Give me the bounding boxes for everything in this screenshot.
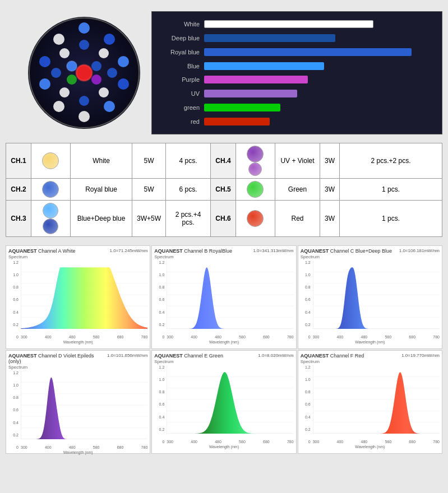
graph-area: 1.21.00.80.60.40.20 300400480580680780 (301, 365, 440, 444)
graph-y-axis: 1.21.00.80.60.40.20 (154, 365, 165, 444)
svg-point-6 (78, 111, 90, 122)
svg-point-11 (79, 40, 89, 50)
graph-channel-label: Channel A White (38, 248, 76, 254)
graph-x-axis: 300400480580680780 (21, 439, 147, 449)
channel-watt: 5W (132, 143, 166, 179)
graph-value: 1.0=106.181mW/nm (399, 248, 440, 254)
spectrum-row: Blue (160, 60, 433, 72)
channel-id: CH.6 (211, 201, 236, 237)
spectrum-row: Royal blue (160, 46, 433, 58)
channel-dot (31, 201, 71, 237)
led-indicator (43, 203, 58, 218)
svg-point-2 (104, 34, 115, 45)
svg-point-18 (59, 48, 70, 58)
graph-svg-area (21, 371, 147, 439)
led-indicator (247, 181, 264, 198)
graph-header: AQUANEST Channel D Violet Epileds (only)… (8, 353, 147, 364)
graph-brand: AQUANEST (8, 248, 38, 254)
graph-brand: AQUANEST (154, 353, 184, 359)
graph-brand: AQUANEST (8, 353, 38, 359)
spectrum-bar (204, 34, 335, 42)
spectrum-graphs-grid: AQUANEST Channel A White1.0=71.245mW/nmS… (6, 245, 442, 454)
channel-name: Red (275, 201, 320, 237)
channel-watt: 3W (320, 201, 340, 237)
table-row: CH.2Royal blue5W6 pcs.CH.5Green3W1 pcs. (6, 179, 442, 201)
led-indicator (42, 152, 59, 169)
spectrum-bar (204, 20, 373, 28)
graph-value: 1.0=101.656mW/nm (107, 353, 147, 364)
svg-point-21 (91, 61, 101, 71)
graph-x-label: Wavelength (nm) (301, 340, 440, 344)
graph-x-label: Wavelength (nm) (8, 340, 147, 344)
graph-header: AQUANEST Channel B RoyalBlue1.0=341.313m… (154, 248, 293, 254)
svg-point-13 (107, 68, 117, 78)
spectrum-label: red (160, 118, 200, 125)
svg-point-22 (67, 75, 77, 85)
graph-channel-label: Channel B RoyalBlue (184, 248, 232, 254)
graph-y-axis: 1.21.00.80.60.40.20 (154, 261, 165, 339)
graph-value: 1.0=19.770mW/nm (401, 353, 440, 359)
spectrum-label: green (160, 104, 200, 111)
graph-area: 1.21.00.80.60.40.20 300400480580680780 (154, 365, 293, 444)
spectrum-label: Deep blue (160, 35, 200, 41)
channel-name: Blue+Deep blue (71, 201, 132, 237)
spectrum-row: Deep blue (160, 32, 433, 44)
graph-y-axis: 1.21.00.80.60.40.20 (8, 261, 20, 339)
graph-svg-area (313, 365, 440, 434)
channel-pcs: 6 pcs. (166, 179, 211, 201)
graph-channel-label: Channel F Red (330, 353, 364, 359)
channel-id: CH.5 (211, 179, 236, 201)
led-indicator (43, 218, 58, 234)
graph-sub-label: Spectrum (301, 359, 440, 364)
spectrum-row: UV (160, 87, 433, 100)
channel-watt: 3W+5W (132, 201, 166, 237)
graph-value: 1.0=341.313mW/nm (253, 248, 293, 254)
channel-id: CH.4 (211, 143, 236, 179)
svg-point-8 (39, 78, 50, 90)
graph-y-axis: 1.21.00.80.60.40.20 (301, 365, 312, 444)
svg-point-5 (104, 101, 115, 112)
graph-sub-label: Spectrum (154, 254, 293, 259)
svg-point-23 (91, 75, 101, 85)
spectrum-graph-cell: AQUANEST Channel A White1.0=71.245mW/nmS… (6, 245, 150, 349)
spectrum-bar (204, 90, 297, 97)
svg-point-15 (79, 96, 89, 106)
svg-point-1 (78, 22, 90, 34)
graph-channel-label: Channel C Blue+Deep Blue (330, 248, 392, 254)
graph-area: 1.21.00.80.60.40.20 300400480580680780 (154, 261, 293, 339)
channel-id: CH.2 (6, 179, 31, 201)
svg-point-9 (39, 56, 50, 67)
graph-x-axis: 300400480580680780 (313, 329, 440, 339)
graph-brand: AQUANEST (301, 353, 330, 359)
table-row: CH.1White5W4 pcs.CH.4UV + Violet3W2 pcs.… (6, 143, 442, 179)
led-indicator (247, 210, 264, 227)
led-indicator (247, 146, 264, 162)
graph-header: AQUANEST Channel C Blue+Deep Blue1.0=106… (301, 248, 440, 254)
channel-table: CH.1White5W4 pcs.CH.4UV + Violet3W2 pcs.… (6, 143, 442, 237)
svg-point-3 (118, 56, 129, 67)
graph-area: 1.21.00.80.60.40.20 300400480580680780 (8, 261, 147, 339)
graph-svg-area (313, 261, 440, 329)
graph-x-label: Wavelength (nm) (8, 450, 147, 454)
led-indicator (42, 181, 59, 198)
graph-x-label: Wavelength (nm) (154, 445, 293, 449)
graph-channel-label: Channel E Green (184, 353, 223, 359)
spectrum-graph-cell: AQUANEST Channel D Violet Epileds (only)… (6, 350, 150, 454)
graph-header: AQUANEST Channel A White1.0=71.245mW/nm (8, 248, 147, 254)
channel-pcs: 1 pcs. (340, 201, 442, 237)
channel-id: CH.3 (6, 201, 31, 237)
spectrum-graph-cell: AQUANEST Channel F Red1.0=19.770mW/nmSpe… (298, 350, 442, 454)
channel-watt: 3W (320, 179, 340, 201)
graph-y-axis: 1.21.00.80.60.40.20 (301, 261, 312, 339)
spectrum-bar (204, 104, 280, 111)
led-circle-image (28, 17, 140, 129)
channel-watt: 5W (132, 179, 166, 201)
graph-area: 1.21.00.80.60.40.20 300400480580680780 (301, 261, 440, 339)
graph-x-axis: 300400480580680780 (167, 434, 293, 444)
table-row: CH.3Blue+Deep blue3W+5W2 pcs.+4 pcs.CH.6… (6, 201, 442, 237)
graph-x-axis: 300400480580680780 (167, 329, 293, 339)
spectrum-graph-cell: AQUANEST Channel B RoyalBlue1.0=341.313m… (151, 245, 296, 349)
spectrum-bar (204, 48, 412, 56)
graph-x-axis: 300400480580680780 (21, 329, 147, 339)
channel-name: UV + Violet (275, 143, 320, 179)
